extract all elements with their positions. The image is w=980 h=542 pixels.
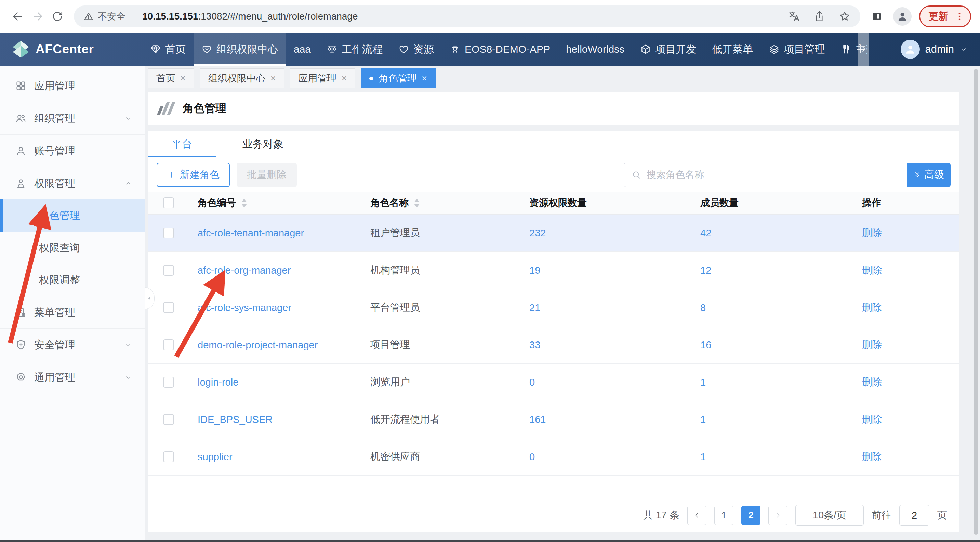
member-count-link[interactable]: 12 (692, 265, 854, 276)
address-bar[interactable]: 不安全 10.15.15.151:13082/#/menu_auth/role/… (74, 5, 860, 27)
member-count-link[interactable]: 1 (692, 377, 854, 388)
sort-icon[interactable] (242, 199, 247, 207)
row-checkbox[interactable] (163, 228, 174, 239)
delete-link[interactable]: 删除 (854, 338, 959, 352)
sidebar-item-permission-management[interactable]: 权限管理 (0, 167, 145, 199)
translate-icon[interactable] (788, 10, 800, 22)
page-tab-org-auth-center[interactable]: 组织权限中心 × (200, 69, 285, 88)
tab-business-object[interactable]: 业务对象 (229, 131, 297, 158)
sidebar-item-permission-query[interactable]: 权限查询 (0, 232, 145, 264)
page-button-1[interactable]: 1 (714, 506, 733, 525)
resource-count-link[interactable]: 0 (521, 377, 692, 388)
role-code-link[interactable]: supplier (189, 451, 362, 462)
column-role-code[interactable]: 角色编号 (189, 196, 362, 209)
share-icon[interactable] (813, 10, 826, 22)
delete-link[interactable]: 删除 (854, 413, 959, 426)
delete-link[interactable]: 删除 (854, 450, 959, 464)
security-label: 不安全 (98, 10, 126, 22)
nav-item-project-dev[interactable]: 项目开发 (632, 33, 704, 66)
browser-update-menu[interactable]: 更新 (919, 5, 971, 27)
search-input[interactable] (646, 169, 880, 181)
delete-link[interactable]: 删除 (854, 301, 959, 314)
member-count-link[interactable]: 16 (692, 340, 854, 351)
sidebar-item-general-management[interactable]: 通用管理 (0, 361, 145, 394)
column-role-name[interactable]: 角色名称 (362, 196, 521, 209)
tab-label: 业务对象 (242, 137, 283, 151)
role-code-link[interactable]: demo-role-project-manager (189, 340, 362, 351)
nav-item-eos8-demo-app[interactable]: EOS8-DEMO-APP (442, 33, 558, 66)
close-icon[interactable]: × (342, 74, 347, 83)
page-tab-home[interactable]: 首页 × (148, 69, 194, 88)
nav-item-resources[interactable]: 资源 (390, 33, 442, 66)
nav-item-workflow[interactable]: 工作流程 (319, 33, 390, 66)
app-brand[interactable]: AFCenter (12, 33, 94, 66)
member-count-link[interactable]: 1 (692, 414, 854, 425)
row-checkbox[interactable] (163, 414, 174, 425)
resource-count-link[interactable]: 232 (521, 228, 692, 239)
role-code-link[interactable]: afc-role-sys-manager (189, 302, 362, 313)
resource-count-link[interactable]: 33 (521, 340, 692, 351)
resource-count-link[interactable]: 161 (521, 414, 692, 425)
nav-item-helloworldss[interactable]: helloWorldss (558, 33, 632, 66)
triangle-left-icon (146, 295, 153, 302)
row-checkbox[interactable] (163, 265, 174, 276)
member-count-link[interactable]: 8 (692, 302, 854, 313)
role-code-link[interactable]: afc-role-org-manager (189, 265, 362, 276)
member-count-link[interactable]: 42 (692, 228, 854, 239)
nav-item-lowcode-menu[interactable]: 低开菜单 (704, 33, 761, 66)
browser-reload-button[interactable] (49, 8, 66, 26)
side-panel-button[interactable] (868, 8, 886, 26)
row-checkbox[interactable] (163, 340, 174, 351)
page-button-2[interactable]: 2 (741, 506, 760, 525)
close-icon[interactable]: × (180, 74, 186, 83)
resource-count-link[interactable]: 21 (521, 302, 692, 313)
plus-icon (167, 171, 176, 179)
sidebar-item-permission-adjust[interactable]: 权限调整 (0, 264, 145, 296)
page-tab-role-management[interactable]: 角色管理 × (361, 69, 436, 88)
batch-delete-button[interactable]: 批量删除 (237, 163, 297, 187)
nav-item-aaa[interactable]: aaa (286, 33, 319, 66)
nav-item-home[interactable]: 首页 (142, 33, 194, 66)
browser-forward-button[interactable] (29, 8, 46, 26)
delete-link[interactable]: 删除 (854, 375, 959, 389)
row-checkbox[interactable] (163, 377, 174, 388)
page-tab-app-management[interactable]: 应用管理 × (290, 69, 356, 88)
close-icon[interactable]: × (270, 74, 276, 83)
bookmark-star-icon[interactable] (838, 10, 851, 22)
sidebar-item-app-management[interactable]: 应用管理 (0, 70, 145, 102)
sidebar-item-account-management[interactable]: 账号管理 (0, 135, 145, 167)
resource-count-link[interactable]: 0 (521, 451, 692, 462)
sidebar-item-menu-management[interactable]: 菜单管理 (0, 297, 145, 328)
goto-page-input[interactable] (899, 505, 929, 526)
row-checkbox[interactable] (163, 302, 174, 313)
user-menu[interactable]: admin (900, 33, 968, 66)
delete-link[interactable]: 删除 (854, 263, 959, 277)
nav-item-project-mgmt[interactable]: 项目管理 (761, 33, 833, 66)
resource-count-link[interactable]: 19 (521, 265, 692, 276)
sidebar-item-org-management[interactable]: 组织管理 (0, 102, 145, 134)
nav-overflow-button[interactable] (858, 33, 869, 66)
sidebar-item-security-management[interactable]: 安全管理 (0, 329, 145, 361)
role-code-link[interactable]: login-role (189, 377, 362, 388)
pagination: 共 17 条 1 2 10条/页 前往 页 (148, 498, 959, 532)
page-size-select[interactable]: 10条/页 (795, 505, 864, 526)
select-all-checkbox[interactable] (163, 198, 174, 208)
prev-page-button[interactable] (687, 506, 706, 525)
delete-link[interactable]: 删除 (854, 226, 959, 240)
nav-item-org-auth-center[interactable]: 组织权限中心 (194, 33, 286, 66)
role-code-link[interactable]: IDE_BPS_USER (189, 414, 362, 425)
role-code-link[interactable]: afc-role-tenant-manager (189, 228, 362, 239)
next-page-button[interactable] (768, 506, 788, 525)
sort-icon[interactable] (414, 199, 420, 207)
row-checkbox[interactable] (163, 451, 174, 462)
new-role-button[interactable]: 新建角色 (157, 163, 230, 187)
close-icon[interactable]: × (422, 74, 427, 83)
browser-profile-avatar[interactable] (893, 7, 912, 26)
browser-back-button[interactable] (9, 8, 27, 26)
member-count-link[interactable]: 1 (692, 451, 854, 462)
sidebar-item-role-management[interactable]: 角色管理 (0, 199, 145, 232)
vertical-scrollbar[interactable] (974, 69, 978, 535)
tab-platform[interactable]: 平台 (148, 131, 216, 158)
advanced-search-button[interactable]: 高级 (907, 163, 951, 187)
layers-icon (769, 44, 780, 55)
